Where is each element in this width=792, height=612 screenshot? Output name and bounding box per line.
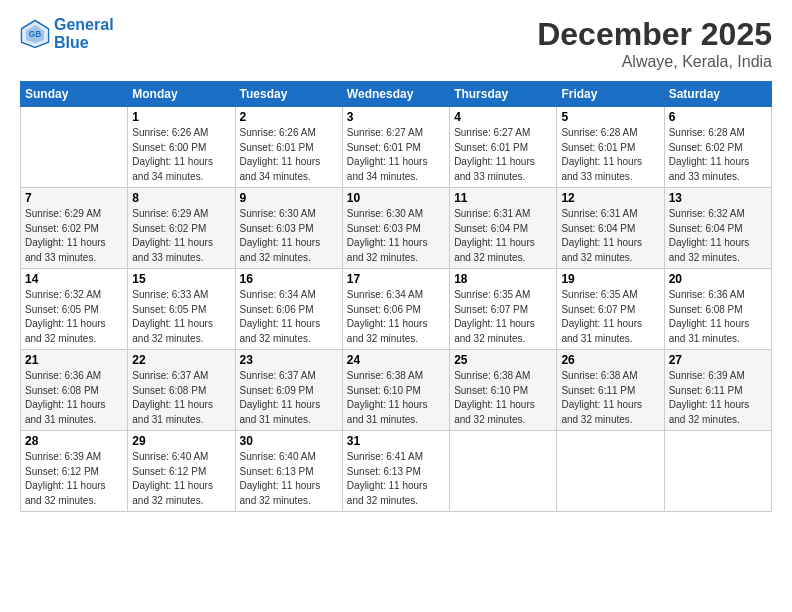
logo-icon: GB bbox=[20, 19, 50, 49]
day-info: Sunrise: 6:28 AMSunset: 6:01 PMDaylight:… bbox=[561, 126, 659, 184]
title-area: December 2025 Alwaye, Kerala, India bbox=[537, 16, 772, 71]
weekday-header-saturday: Saturday bbox=[664, 82, 771, 107]
day-info: Sunrise: 6:26 AMSunset: 6:00 PMDaylight:… bbox=[132, 126, 230, 184]
calendar-table: SundayMondayTuesdayWednesdayThursdayFrid… bbox=[20, 81, 772, 512]
logo-text: General Blue bbox=[54, 16, 114, 51]
day-info: Sunrise: 6:38 AMSunset: 6:11 PMDaylight:… bbox=[561, 369, 659, 427]
page-container: GB General Blue December 2025 Alwaye, Ke… bbox=[0, 0, 792, 522]
calendar-cell: 7Sunrise: 6:29 AMSunset: 6:02 PMDaylight… bbox=[21, 188, 128, 269]
day-number: 30 bbox=[240, 434, 338, 448]
weekday-header-wednesday: Wednesday bbox=[342, 82, 449, 107]
day-info: Sunrise: 6:33 AMSunset: 6:05 PMDaylight:… bbox=[132, 288, 230, 346]
logo-line2: Blue bbox=[54, 34, 114, 52]
day-number: 17 bbox=[347, 272, 445, 286]
day-number: 14 bbox=[25, 272, 123, 286]
day-number: 31 bbox=[347, 434, 445, 448]
calendar-cell bbox=[21, 107, 128, 188]
day-number: 18 bbox=[454, 272, 552, 286]
day-number: 15 bbox=[132, 272, 230, 286]
day-number: 10 bbox=[347, 191, 445, 205]
day-number: 2 bbox=[240, 110, 338, 124]
day-info: Sunrise: 6:28 AMSunset: 6:02 PMDaylight:… bbox=[669, 126, 767, 184]
weekday-header-thursday: Thursday bbox=[450, 82, 557, 107]
calendar-cell: 20Sunrise: 6:36 AMSunset: 6:08 PMDayligh… bbox=[664, 269, 771, 350]
day-info: Sunrise: 6:35 AMSunset: 6:07 PMDaylight:… bbox=[454, 288, 552, 346]
svg-text:GB: GB bbox=[29, 30, 41, 39]
day-info: Sunrise: 6:29 AMSunset: 6:02 PMDaylight:… bbox=[132, 207, 230, 265]
day-info: Sunrise: 6:41 AMSunset: 6:13 PMDaylight:… bbox=[347, 450, 445, 508]
day-info: Sunrise: 6:36 AMSunset: 6:08 PMDaylight:… bbox=[25, 369, 123, 427]
day-info: Sunrise: 6:37 AMSunset: 6:09 PMDaylight:… bbox=[240, 369, 338, 427]
day-info: Sunrise: 6:26 AMSunset: 6:01 PMDaylight:… bbox=[240, 126, 338, 184]
calendar-cell: 22Sunrise: 6:37 AMSunset: 6:08 PMDayligh… bbox=[128, 350, 235, 431]
calendar-cell: 3Sunrise: 6:27 AMSunset: 6:01 PMDaylight… bbox=[342, 107, 449, 188]
day-info: Sunrise: 6:39 AMSunset: 6:12 PMDaylight:… bbox=[25, 450, 123, 508]
day-number: 3 bbox=[347, 110, 445, 124]
calendar-cell: 31Sunrise: 6:41 AMSunset: 6:13 PMDayligh… bbox=[342, 431, 449, 512]
calendar-cell: 4Sunrise: 6:27 AMSunset: 6:01 PMDaylight… bbox=[450, 107, 557, 188]
calendar-cell: 26Sunrise: 6:38 AMSunset: 6:11 PMDayligh… bbox=[557, 350, 664, 431]
day-info: Sunrise: 6:30 AMSunset: 6:03 PMDaylight:… bbox=[240, 207, 338, 265]
calendar-cell: 30Sunrise: 6:40 AMSunset: 6:13 PMDayligh… bbox=[235, 431, 342, 512]
day-info: Sunrise: 6:34 AMSunset: 6:06 PMDaylight:… bbox=[347, 288, 445, 346]
day-number: 9 bbox=[240, 191, 338, 205]
day-number: 20 bbox=[669, 272, 767, 286]
calendar-cell: 8Sunrise: 6:29 AMSunset: 6:02 PMDaylight… bbox=[128, 188, 235, 269]
day-number: 6 bbox=[669, 110, 767, 124]
day-info: Sunrise: 6:35 AMSunset: 6:07 PMDaylight:… bbox=[561, 288, 659, 346]
day-number: 28 bbox=[25, 434, 123, 448]
week-row-1: 1Sunrise: 6:26 AMSunset: 6:00 PMDaylight… bbox=[21, 107, 772, 188]
day-number: 27 bbox=[669, 353, 767, 367]
calendar-cell: 6Sunrise: 6:28 AMSunset: 6:02 PMDaylight… bbox=[664, 107, 771, 188]
day-number: 26 bbox=[561, 353, 659, 367]
day-number: 23 bbox=[240, 353, 338, 367]
calendar-cell: 27Sunrise: 6:39 AMSunset: 6:11 PMDayligh… bbox=[664, 350, 771, 431]
calendar-cell: 23Sunrise: 6:37 AMSunset: 6:09 PMDayligh… bbox=[235, 350, 342, 431]
day-number: 11 bbox=[454, 191, 552, 205]
day-info: Sunrise: 6:40 AMSunset: 6:12 PMDaylight:… bbox=[132, 450, 230, 508]
weekday-header-tuesday: Tuesday bbox=[235, 82, 342, 107]
calendar-cell: 9Sunrise: 6:30 AMSunset: 6:03 PMDaylight… bbox=[235, 188, 342, 269]
calendar-cell: 29Sunrise: 6:40 AMSunset: 6:12 PMDayligh… bbox=[128, 431, 235, 512]
day-info: Sunrise: 6:30 AMSunset: 6:03 PMDaylight:… bbox=[347, 207, 445, 265]
week-row-4: 21Sunrise: 6:36 AMSunset: 6:08 PMDayligh… bbox=[21, 350, 772, 431]
day-info: Sunrise: 6:38 AMSunset: 6:10 PMDaylight:… bbox=[347, 369, 445, 427]
calendar-cell: 1Sunrise: 6:26 AMSunset: 6:00 PMDaylight… bbox=[128, 107, 235, 188]
calendar-cell: 2Sunrise: 6:26 AMSunset: 6:01 PMDaylight… bbox=[235, 107, 342, 188]
calendar-cell: 12Sunrise: 6:31 AMSunset: 6:04 PMDayligh… bbox=[557, 188, 664, 269]
day-number: 8 bbox=[132, 191, 230, 205]
calendar-cell bbox=[664, 431, 771, 512]
day-number: 7 bbox=[25, 191, 123, 205]
location: Alwaye, Kerala, India bbox=[537, 53, 772, 71]
day-number: 24 bbox=[347, 353, 445, 367]
calendar-cell bbox=[557, 431, 664, 512]
day-number: 1 bbox=[132, 110, 230, 124]
calendar-cell: 17Sunrise: 6:34 AMSunset: 6:06 PMDayligh… bbox=[342, 269, 449, 350]
day-number: 21 bbox=[25, 353, 123, 367]
day-info: Sunrise: 6:34 AMSunset: 6:06 PMDaylight:… bbox=[240, 288, 338, 346]
calendar-cell: 19Sunrise: 6:35 AMSunset: 6:07 PMDayligh… bbox=[557, 269, 664, 350]
calendar-cell: 24Sunrise: 6:38 AMSunset: 6:10 PMDayligh… bbox=[342, 350, 449, 431]
calendar-cell: 10Sunrise: 6:30 AMSunset: 6:03 PMDayligh… bbox=[342, 188, 449, 269]
day-number: 22 bbox=[132, 353, 230, 367]
week-row-5: 28Sunrise: 6:39 AMSunset: 6:12 PMDayligh… bbox=[21, 431, 772, 512]
day-number: 25 bbox=[454, 353, 552, 367]
day-info: Sunrise: 6:39 AMSunset: 6:11 PMDaylight:… bbox=[669, 369, 767, 427]
day-number: 29 bbox=[132, 434, 230, 448]
week-row-3: 14Sunrise: 6:32 AMSunset: 6:05 PMDayligh… bbox=[21, 269, 772, 350]
logo-line1: General bbox=[54, 16, 114, 33]
header: GB General Blue December 2025 Alwaye, Ke… bbox=[20, 16, 772, 71]
day-number: 13 bbox=[669, 191, 767, 205]
day-number: 19 bbox=[561, 272, 659, 286]
weekday-header-sunday: Sunday bbox=[21, 82, 128, 107]
calendar-cell: 11Sunrise: 6:31 AMSunset: 6:04 PMDayligh… bbox=[450, 188, 557, 269]
day-number: 4 bbox=[454, 110, 552, 124]
day-number: 16 bbox=[240, 272, 338, 286]
day-info: Sunrise: 6:32 AMSunset: 6:04 PMDaylight:… bbox=[669, 207, 767, 265]
calendar-cell bbox=[450, 431, 557, 512]
weekday-header-friday: Friday bbox=[557, 82, 664, 107]
day-info: Sunrise: 6:31 AMSunset: 6:04 PMDaylight:… bbox=[561, 207, 659, 265]
calendar-cell: 5Sunrise: 6:28 AMSunset: 6:01 PMDaylight… bbox=[557, 107, 664, 188]
day-info: Sunrise: 6:36 AMSunset: 6:08 PMDaylight:… bbox=[669, 288, 767, 346]
day-info: Sunrise: 6:27 AMSunset: 6:01 PMDaylight:… bbox=[347, 126, 445, 184]
